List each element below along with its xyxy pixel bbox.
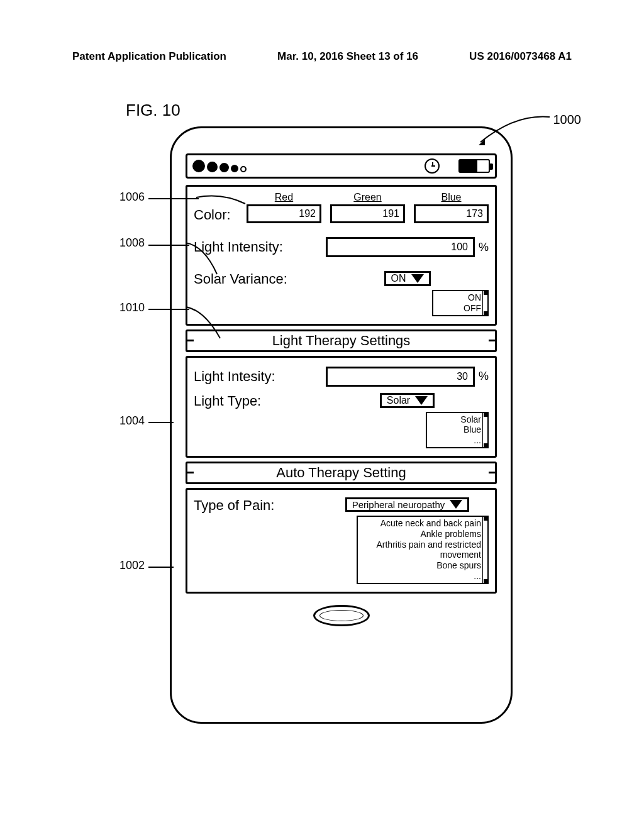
option-pain1[interactable]: Acute neck and back pain (360, 518, 481, 529)
clock-icon (425, 158, 440, 174)
chevron-down-icon (450, 500, 462, 509)
type-of-pain-label: Type of Pain: (194, 497, 319, 514)
option-pain3[interactable]: Arthritis pain and restricted (360, 540, 481, 550)
light-therapy-title-text: Light Therapy Settings (194, 333, 489, 349)
blue-header: Blue (414, 192, 489, 203)
option-pain5[interactable]: Bone spurs (360, 560, 481, 571)
option-pain4[interactable]: movement (360, 550, 481, 560)
auto-therapy-panel: Type of Pain: Peripheral neuropathy Acut… (186, 488, 497, 594)
color-label: Color: (194, 207, 238, 223)
figure-wrap: 1000 1006 1008 1010 1004 1002 (119, 126, 606, 724)
option-off[interactable]: OFF (436, 303, 481, 314)
option-blue[interactable]: Blue (430, 424, 481, 435)
chevron-down-icon (415, 396, 428, 405)
percent-unit: % (479, 370, 489, 383)
ref-1000: 1000 (553, 113, 582, 127)
light-intensity2-label: Light Intesity: (194, 368, 319, 385)
status-bar (186, 153, 497, 179)
option-pain-more[interactable]: ... (360, 571, 481, 582)
type-of-pain-options[interactable]: Acute neck and back pain Ankle problems … (357, 516, 489, 584)
option-solar[interactable]: Solar (430, 414, 481, 425)
green-header: Green (330, 192, 405, 203)
header-left: Patent Application Publication (72, 50, 226, 63)
ref-1002: 1002 (119, 559, 145, 572)
solar-variance-label: Solar Variance: (194, 271, 319, 287)
light-therapy-title: Light Therapy Settings (186, 329, 497, 352)
solar-variance-value: ON (391, 273, 406, 284)
option-on[interactable]: ON (436, 292, 481, 303)
ref-1010: 1010 (119, 301, 145, 314)
type-of-pain-select[interactable]: Peripheral neuropathy (345, 497, 470, 512)
light-type-options[interactable]: Solar Blue ... (426, 412, 489, 448)
ref-1004: 1004 (119, 414, 145, 428)
light-type-label: Light Type: (194, 393, 319, 409)
option-more[interactable]: ... (430, 435, 481, 446)
blue-input[interactable]: 173 (414, 204, 489, 223)
auto-therapy-title-text: Auto Therapy Setting (194, 465, 489, 481)
battery-icon (458, 159, 490, 173)
color-panel: Color: Red 192 Green 191 Blue 173 (186, 185, 497, 326)
header-mid: Mar. 10, 2016 Sheet 13 of 16 (226, 50, 469, 63)
green-input[interactable]: 191 (330, 204, 405, 223)
ref-1006: 1006 (119, 191, 145, 204)
chevron-down-icon (411, 274, 424, 283)
solar-variance-options[interactable]: ON OFF (432, 290, 489, 316)
light-type-value: Solar (387, 395, 410, 406)
red-header: Red (247, 192, 321, 203)
red-input[interactable]: 192 (247, 204, 321, 223)
page: Patent Application Publication Mar. 10, … (0, 0, 644, 749)
home-button[interactable] (313, 605, 370, 626)
percent-unit: % (479, 241, 489, 254)
device-frame: Color: Red 192 Green 191 Blue 173 (170, 126, 513, 724)
light-therapy-panel: Light Intesity: 30 % Light Type: Solar (186, 356, 497, 458)
light-intensity-input[interactable]: 100 (326, 237, 475, 257)
light-intensity-label: Light Intensity: (194, 239, 319, 255)
scrollbar-icon[interactable] (482, 517, 487, 583)
scrollbar-icon[interactable] (482, 291, 487, 315)
ref-1008: 1008 (119, 236, 145, 250)
scrollbar-icon[interactable] (482, 413, 487, 447)
signal-icon (192, 160, 247, 172)
auto-therapy-title: Auto Therapy Setting (186, 462, 497, 484)
light-type-select[interactable]: Solar (380, 393, 435, 408)
light-intensity2-input[interactable]: 30 (326, 367, 475, 387)
solar-variance-select[interactable]: ON (384, 271, 431, 286)
type-of-pain-value: Peripheral neuropathy (352, 499, 445, 510)
page-header: Patent Application Publication Mar. 10, … (38, 50, 606, 63)
option-pain2[interactable]: Ankle problems (360, 529, 481, 540)
header-right: US 2016/0073468 A1 (469, 50, 572, 63)
